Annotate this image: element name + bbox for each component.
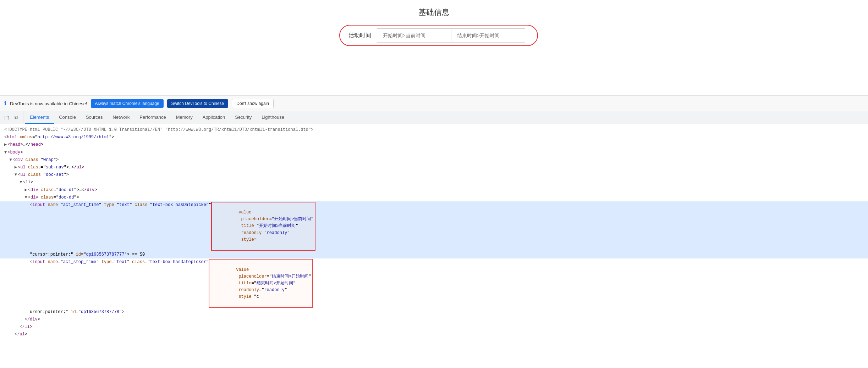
tab-lighthouse[interactable]: Lighthouse xyxy=(257,111,289,124)
tab-security[interactable]: Security xyxy=(230,111,257,124)
device-icon[interactable]: ⧉ xyxy=(13,113,20,122)
toolbar-icons: ⬚ ⧉ xyxy=(3,111,23,124)
code-line-17: </ul> xyxy=(0,331,868,338)
code-line-3: ▶ <head>…</head> xyxy=(0,141,868,149)
dont-show-again-button[interactable]: Don't show again xyxy=(232,99,274,108)
info-icon: ℹ xyxy=(4,100,6,107)
code-line-2: <html xmlns="http://www.w3.org/1999/xhtm… xyxy=(0,134,868,141)
match-language-button[interactable]: Always match Chrome's language xyxy=(91,99,164,108)
end-time-input[interactable] xyxy=(451,28,525,43)
devtools-notification-bar: ℹ DevTools is now available in Chinese! … xyxy=(0,96,868,111)
attr-highlight-1: value placeholder="开始时间≥当前时间" title="开始时… xyxy=(211,202,315,251)
tab-memory[interactable]: Memory xyxy=(171,111,198,124)
form-row: 活动时间 xyxy=(343,28,525,43)
code-line-6: ▶ <ul class="sub-nav">…</ul> xyxy=(0,164,868,171)
switch-chinese-button[interactable]: Switch DevTools to Chinese xyxy=(167,99,229,108)
tab-network[interactable]: Network xyxy=(108,111,135,124)
code-line-4: ▼ <body> xyxy=(0,149,868,156)
form-label: 活动时间 xyxy=(343,29,377,42)
code-line-8: ▼ <li> xyxy=(0,179,868,186)
page-title: 基础信息 xyxy=(418,7,450,18)
code-line-1: <!DOCTYPE html PUBLIC "-//W3C//DTD XHTML… xyxy=(0,126,868,134)
attr-highlight-2: value placeholder="结束时间>开始时间" title="结束时… xyxy=(209,259,313,308)
notification-message: DevTools is now available in Chinese! xyxy=(10,101,87,106)
inspect-icon[interactable]: ⬚ xyxy=(3,113,10,122)
devtools-panel: ℹ DevTools is now available in Chinese! … xyxy=(0,96,868,368)
code-line-9: ▶ <div class="doc-dt">…</div> xyxy=(0,186,868,194)
tab-sources[interactable]: Sources xyxy=(81,111,108,124)
code-line-10: ▼ <div class="doc-dd"> xyxy=(0,194,868,201)
tab-elements[interactable]: Elements xyxy=(25,111,54,124)
code-line-7: ▼ <ul class="doc-set"> xyxy=(0,171,868,179)
code-line-15: </div> xyxy=(0,316,868,323)
devtools-tabs-bar: ⬚ ⧉ Elements Console Sources Network Per… xyxy=(0,111,868,124)
code-line-11: <input name="act_start_time" type="text"… xyxy=(0,201,868,251)
tab-performance[interactable]: Performance xyxy=(134,111,171,124)
code-line-16: </li> xyxy=(0,323,868,331)
start-time-input[interactable] xyxy=(377,28,451,43)
elements-code-panel: <!DOCTYPE html PUBLIC "-//W3C//DTD XHTML… xyxy=(0,124,868,340)
code-panel-wrapper: <!DOCTYPE html PUBLIC "-//W3C//DTD XHTML… xyxy=(0,124,868,368)
code-line-12: "cursor:pointer;" id="dp1635673787777"> … xyxy=(0,251,868,258)
tab-console[interactable]: Console xyxy=(54,111,81,124)
code-line-13: <input name="act_stop_time" type="text" … xyxy=(0,258,868,308)
code-line-14: ursor:pointer;" id="dp1635673787778"> xyxy=(0,308,868,316)
main-page-area: 基础信息 活动时间 xyxy=(0,0,868,96)
tab-application[interactable]: Application xyxy=(198,111,230,124)
code-line-5: ▼ <div class="wrap"> xyxy=(0,156,868,164)
